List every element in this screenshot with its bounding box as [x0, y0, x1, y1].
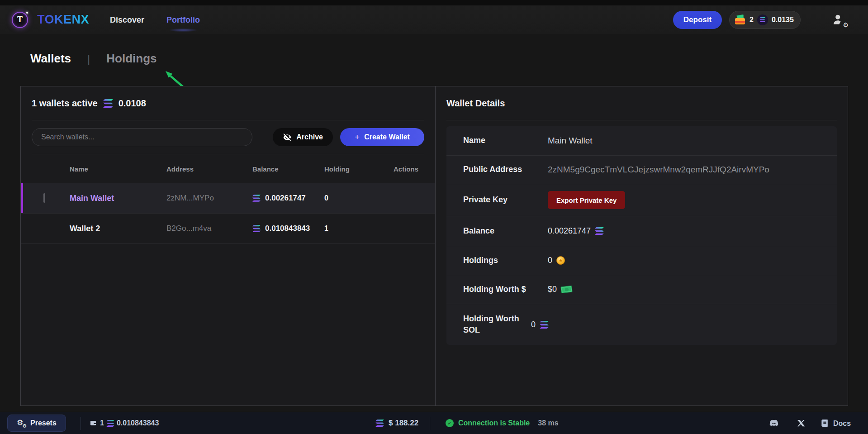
wallet-name: Main Wallet — [70, 194, 166, 203]
x-twitter-link[interactable] — [797, 419, 806, 428]
window-top-strip — [0, 0, 868, 5]
active-wallets-sol: 0.0108 — [119, 98, 146, 109]
column-actions: Actions — [394, 165, 435, 173]
eye-off-icon — [283, 133, 292, 142]
detail-row-holdings: Holdings 0 — [446, 246, 837, 275]
details-panel-header: Wallet Details — [446, 86, 837, 120]
create-wallet-button[interactable]: + Create Wallet — [340, 128, 424, 146]
cash-icon — [560, 286, 572, 294]
archive-button[interactable]: Archive — [273, 128, 333, 146]
export-private-key-button[interactable]: Export Private Key — [548, 191, 625, 209]
check-circle-icon — [446, 419, 454, 427]
connection-status: Connection is Stable 38 ms — [446, 419, 559, 427]
selected-row-marker — [21, 183, 23, 213]
nav-link-portfolio[interactable]: Portfolio — [166, 15, 200, 24]
wallet-holding: 1 — [324, 224, 394, 233]
solana-icon — [106, 420, 114, 427]
balance-label: Balance — [463, 225, 548, 237]
statusbar-divider — [81, 417, 81, 430]
wallet-checkbox[interactable] — [43, 193, 45, 203]
active-wallets-text: 1 wallets active — [32, 98, 98, 109]
coin-icon — [556, 256, 565, 265]
solana-icon — [595, 227, 604, 235]
wallet-row-main-wallet[interactable]: Main Wallet 2zNM...MYPo 0.00261747 0 — [21, 183, 435, 214]
plus-icon: + — [355, 132, 360, 142]
nav-link-discover[interactable]: Discover — [110, 15, 144, 24]
navbar: T TOKENX Discover Portfolio Deposit 2 0.… — [0, 5, 868, 34]
public-address-value: 2zNM5g9CgecTmVLGJejzswrMnw2qemRJJfQ2Airv… — [548, 165, 820, 175]
details-card: Name Main Wallet Public Address 2zNM5g9C… — [446, 126, 837, 345]
holdings-value: 0 — [548, 256, 552, 265]
wallet-name: Wallet 2 — [70, 224, 166, 234]
docs-label: Docs — [833, 419, 851, 427]
active-wallets-summary: 1 wallets active 0.0108 — [32, 98, 146, 109]
tokenx-logo-icon: T — [12, 12, 28, 28]
deposit-button[interactable]: Deposit — [673, 11, 722, 29]
name-label: Name — [463, 135, 548, 146]
statusbar: Presets 1 0.010843843 $ 188.22 Connectio… — [0, 412, 868, 434]
column-balance: Balance — [252, 165, 324, 173]
sparkle-icon — [26, 12, 28, 14]
statusbar-divider — [430, 417, 430, 430]
private-key-label: Private Key — [463, 194, 548, 205]
detail-row-worth-usd: Holding Worth $ $0 — [446, 275, 837, 304]
wallet-address: 2zNM...MYPo — [166, 194, 252, 203]
wallets-panel: 1 wallets active 0.0108 Archive + Create… — [21, 86, 435, 405]
column-name: Name — [70, 165, 166, 173]
brand-name: TOKENX — [37, 13, 89, 27]
sol-circle-icon — [757, 14, 768, 25]
tab-holdings[interactable]: Holdings — [106, 52, 157, 66]
worth-usd-value: $0 — [548, 285, 557, 294]
docs-book-icon — [821, 419, 829, 428]
wallet-stripe-part — [735, 21, 745, 23]
logo-letter: T — [17, 15, 23, 24]
wallet-icon — [89, 420, 98, 427]
sol-price-value: $ 188.22 — [389, 419, 418, 428]
active-wallets-balance: 1 0.010843843 — [89, 419, 159, 427]
gears-icon — [17, 419, 26, 428]
sol-balance: 0.0135 — [772, 16, 794, 24]
wallet-holding: 0 — [324, 194, 394, 202]
detail-row-balance: Balance 0.00261747 — [446, 216, 837, 246]
wallet-balance: 0.00261747 — [265, 194, 306, 203]
account-settings-button[interactable] — [832, 13, 848, 27]
column-holding: Holding — [324, 165, 394, 173]
wallet-balance-pill[interactable]: 2 0.0135 — [729, 11, 801, 29]
portfolio-tabs: Wallets | Holdings — [30, 52, 157, 66]
detail-row-private-key: Private Key Export Private Key — [446, 184, 837, 216]
tab-separator: | — [87, 52, 90, 65]
solana-icon — [375, 420, 384, 427]
wallet-row-wallet-2[interactable]: Wallet 2 B2Go...m4va 0.010843843 1 — [21, 214, 435, 244]
wallet-address: B2Go...m4va — [166, 224, 252, 233]
discord-link[interactable] — [768, 418, 780, 428]
wallets-table-header: Name Address Balance Holding Actions — [21, 154, 435, 183]
sol-price: $ 188.22 — [375, 419, 418, 428]
statusbar-wallet-balance: 0.010843843 — [117, 419, 159, 427]
connection-text: Connection is Stable — [458, 419, 530, 427]
balance-value: 0.00261747 — [548, 226, 591, 236]
detail-row-public-address: Public Address 2zNM5g9CgecTmVLGJejzswrMn… — [446, 156, 837, 184]
presets-button[interactable]: Presets — [7, 415, 66, 432]
presets-label: Presets — [30, 419, 57, 427]
tab-wallets[interactable]: Wallets — [30, 52, 71, 66]
name-value: Main Wallet — [548, 136, 820, 146]
worth-sol-label: Holding Worth SOL — [463, 313, 531, 336]
search-input[interactable] — [32, 128, 252, 146]
wallet-count: 2 — [749, 16, 754, 24]
solana-icon — [252, 195, 261, 202]
brand[interactable]: T TOKENX — [12, 12, 89, 28]
wallets-toolbar: Archive + Create Wallet — [32, 120, 424, 154]
solana-icon — [540, 321, 549, 329]
main-panels: 1 wallets active 0.0108 Archive + Create… — [20, 86, 848, 406]
holdings-label: Holdings — [463, 255, 548, 266]
wallet-details-panel: Wallet Details Name Main Wallet Public A… — [435, 86, 848, 405]
wallet-color-icon — [735, 15, 746, 24]
archive-label: Archive — [296, 133, 323, 141]
solana-icon — [103, 99, 113, 108]
solana-icon — [252, 225, 261, 232]
docs-link[interactable]: Docs — [821, 419, 851, 428]
wallet-balance: 0.010843843 — [265, 224, 310, 233]
worth-sol-value: 0 — [531, 320, 536, 329]
discord-icon — [768, 418, 780, 428]
latency-value: 38 ms — [538, 419, 558, 427]
